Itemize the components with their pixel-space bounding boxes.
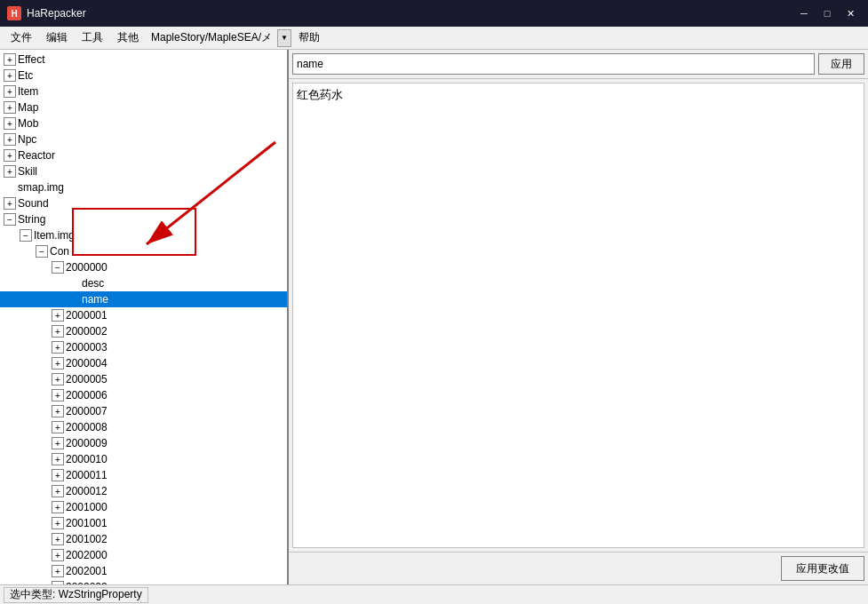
tree-item-2002002[interactable]: 2002002 xyxy=(0,579,287,584)
tree-expander[interactable] xyxy=(52,309,64,322)
tree-expander[interactable] xyxy=(52,421,64,433)
tree-item-name[interactable]: name xyxy=(0,291,287,307)
tree-item-label: 2000005 xyxy=(66,373,108,385)
tree-item-2001002[interactable]: 2001002 xyxy=(0,531,287,547)
tree-expander[interactable] xyxy=(52,469,64,481)
tree-item-2000008[interactable]: 2000008 xyxy=(0,419,287,435)
menu-other[interactable]: 其他 xyxy=(110,28,146,47)
tree-item-2000010[interactable]: 2000010 xyxy=(0,451,287,467)
tree-expander[interactable] xyxy=(52,405,64,417)
tree-expander[interactable] xyxy=(4,69,16,82)
tree-expander[interactable] xyxy=(4,53,16,66)
tree-expander[interactable] xyxy=(52,517,64,529)
tree-item-label: Sound xyxy=(18,197,49,210)
apply-button[interactable]: 应用 xyxy=(818,53,864,75)
menu-file[interactable]: 文件 xyxy=(4,28,39,47)
tree-item-2000005[interactable]: 2000005 xyxy=(0,371,287,387)
minimize-button[interactable]: ─ xyxy=(793,4,815,22)
tree-item-Map[interactable]: Map xyxy=(0,99,287,115)
tree-item-Mob[interactable]: Mob xyxy=(0,115,287,131)
tree-item-label: 2000006 xyxy=(66,389,108,401)
tree-expander[interactable] xyxy=(36,245,48,258)
tree-item-2000011[interactable]: 2000011 xyxy=(0,467,287,483)
tree-item-Reactor[interactable]: Reactor xyxy=(0,147,287,163)
tree-expander[interactable] xyxy=(52,373,64,385)
tree-expander[interactable] xyxy=(52,485,64,497)
menu-help[interactable]: 帮助 xyxy=(291,28,327,47)
tree-item-Etc[interactable]: Etc xyxy=(0,68,287,83)
tree-expander[interactable] xyxy=(52,581,64,584)
tree-item-2001000[interactable]: 2001000 xyxy=(0,499,287,515)
tree-expander[interactable] xyxy=(4,85,16,98)
path-dropdown-button[interactable]: ▼ xyxy=(277,29,291,47)
tree-item-Effect[interactable]: Effect xyxy=(0,52,287,68)
menu-bar: 文件 编辑 工具 其他 MapleStory/MapleSEA/メ ▼ 帮助 xyxy=(0,27,868,50)
maximize-button[interactable]: □ xyxy=(816,4,838,22)
tree-expander[interactable] xyxy=(52,501,64,513)
tree-item-2002000[interactable]: 2002000 xyxy=(0,547,287,563)
tree-expander[interactable] xyxy=(20,229,32,242)
tree-expander[interactable] xyxy=(52,533,64,545)
tree-item-2000002[interactable]: 2000002 xyxy=(0,323,287,339)
close-button[interactable]: ✕ xyxy=(840,4,861,22)
tree-item-Item.img[interactable]: Item.img xyxy=(0,227,287,243)
content-area: 红色药水 xyxy=(292,83,864,548)
tree-item-label: 2000000 xyxy=(66,261,108,274)
tree-item-2000001[interactable]: 2000001 xyxy=(0,307,287,323)
tree-expander[interactable] xyxy=(52,341,64,354)
tree-item-label: Item.img xyxy=(34,229,75,242)
tree-item-label: Npc xyxy=(18,133,36,146)
app-title: HaRepacker xyxy=(27,7,793,20)
menu-tools[interactable]: 工具 xyxy=(75,28,110,47)
menu-edit[interactable]: 编辑 xyxy=(39,28,75,47)
tree-item-2000000[interactable]: 2000000 xyxy=(0,259,287,275)
tree-expander[interactable] xyxy=(52,261,64,274)
tree-item-2000012[interactable]: 2000012 xyxy=(0,483,287,499)
tree-expander[interactable] xyxy=(4,101,16,114)
right-panel: 应用 红色药水 应用更改值 xyxy=(289,50,868,584)
apply-all-button[interactable]: 应用更改值 xyxy=(781,556,864,581)
tree-item-label: Mob xyxy=(18,117,38,130)
tree-expander[interactable] xyxy=(4,117,16,130)
tree-expander[interactable] xyxy=(4,133,16,146)
tree-item-Npc[interactable]: Npc xyxy=(0,131,287,147)
tree-item-Item[interactable]: Item xyxy=(0,83,287,99)
tree-expander[interactable] xyxy=(52,437,64,449)
tree-item-2000006[interactable]: 2000006 xyxy=(0,387,287,403)
tree-item-2000004[interactable]: 2000004 xyxy=(0,355,287,371)
tree-item-String[interactable]: String xyxy=(0,211,287,227)
tree-item-label: 2002002 xyxy=(66,581,108,584)
tree-item-label: 2000012 xyxy=(66,485,108,497)
tree-expander[interactable] xyxy=(4,165,16,178)
selected-type-status: 选中类型: WzStringProperty xyxy=(4,587,148,603)
tree-item-label: name xyxy=(82,293,108,306)
tree-item-2000007[interactable]: 2000007 xyxy=(0,403,287,419)
tree-expander[interactable] xyxy=(4,149,16,162)
tree-expander[interactable] xyxy=(52,325,64,338)
tree-item-label: Con xyxy=(50,245,69,258)
tree-expander[interactable] xyxy=(52,357,64,370)
tree-item-2000009[interactable]: 2000009 xyxy=(0,435,287,451)
tree-item-Skill[interactable]: Skill xyxy=(0,163,287,179)
tree-expander[interactable] xyxy=(52,549,64,561)
tree-item-label: 2001001 xyxy=(66,517,108,529)
tree-expander[interactable] xyxy=(52,565,64,577)
tree-item-label: Effect xyxy=(18,53,44,66)
tree-panel[interactable]: EffectEtcItemMapMobNpcReactorSkillsmap.i… xyxy=(0,50,289,584)
tree-item-Con[interactable]: Con xyxy=(0,243,287,259)
tree-item-label: smap.img xyxy=(18,181,64,194)
tree-item-desc[interactable]: desc xyxy=(0,275,287,291)
tree-item-2002001[interactable]: 2002001 xyxy=(0,563,287,579)
tree-item-2001001[interactable]: 2001001 xyxy=(0,515,287,531)
tree-expander[interactable] xyxy=(4,197,16,210)
tree-expander[interactable] xyxy=(52,453,64,465)
tree-item-label: Item xyxy=(18,85,38,98)
tree-expander[interactable] xyxy=(4,213,16,226)
tree-item-smap.img[interactable]: smap.img xyxy=(0,179,287,195)
tree-item-label: 2000010 xyxy=(66,453,108,465)
menu-path: MapleStory/MapleSEA/メ xyxy=(146,28,277,47)
tree-item-Sound[interactable]: Sound xyxy=(0,195,287,211)
tree-expander[interactable] xyxy=(52,389,64,401)
name-input[interactable] xyxy=(292,53,815,75)
tree-item-2000003[interactable]: 2000003 xyxy=(0,339,287,355)
